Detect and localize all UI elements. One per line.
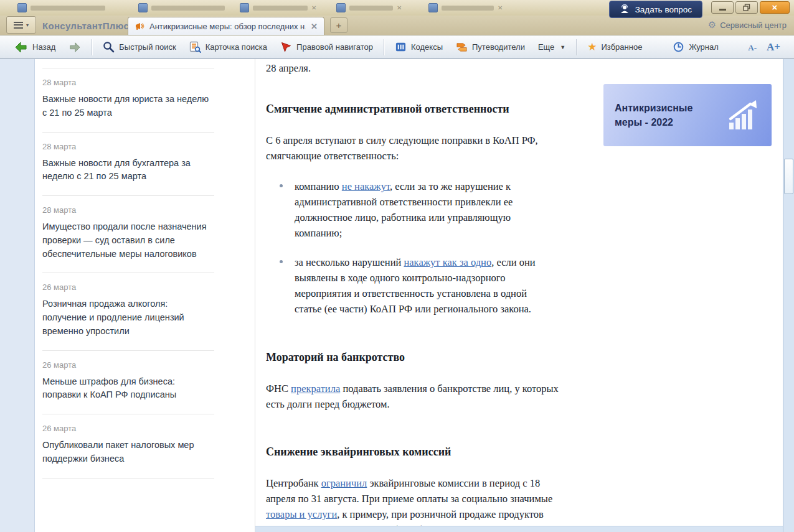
news-sidebar: 28 мартаВажные новости для юриста за нед… [35, 59, 255, 532]
app-logo: КонсультантПлюс [42, 21, 129, 31]
article-body: 28 апреля.Смягчение административной отв… [255, 59, 565, 532]
quick-search-label: Быстрый поиск [119, 42, 176, 52]
news-date: 26 марта [42, 424, 214, 433]
close-button[interactable]: × [760, 1, 790, 14]
search-card-label: Карточка поиска [206, 42, 267, 52]
forward-arrow-icon [69, 42, 81, 53]
inline-link[interactable]: товары и услуги [266, 508, 337, 520]
scrollbar-thumb[interactable] [784, 159, 793, 194]
section-heading: Снижение эквайринговых комиссий [266, 446, 565, 459]
font-size-controls: А- А+ [748, 41, 785, 54]
codes-label: Кодексы [411, 42, 443, 52]
toolbar-separator [92, 39, 92, 55]
background-window[interactable]: ✕ [428, 3, 503, 12]
tab-active[interactable]: Антикризисные меры: обзор последних н… ✕ [128, 17, 324, 35]
tab-close-icon[interactable]: ✕ [311, 22, 318, 31]
news-date: 28 марта [42, 142, 214, 151]
chevron-down-icon: ▾ [26, 22, 29, 28]
news-title-link[interactable]: Опубликовали пакет налоговых мер поддерж… [42, 439, 214, 466]
paragraph: ФНС прекратила подавать заявления о банк… [266, 381, 565, 412]
restore-icon [742, 3, 751, 12]
close-icon[interactable]: ✕ [498, 5, 503, 11]
window-icon [17, 3, 27, 12]
codes-button[interactable]: Кодексы [389, 38, 448, 57]
window-title-placeholder [151, 6, 225, 11]
font-smaller-button[interactable]: А- [748, 43, 757, 53]
font-larger-button[interactable]: А+ [767, 41, 780, 54]
guides-button[interactable]: Путеводители [450, 38, 531, 57]
ask-question-button[interactable]: Задать вопрос [609, 1, 702, 18]
news-date: 26 марта [42, 360, 214, 370]
main-menu-button[interactable]: ▾ [6, 16, 36, 34]
hamburger-icon [14, 22, 23, 29]
new-tab-button[interactable]: + [330, 17, 347, 33]
news-list: 28 мартаВажные новости для юриста за нед… [42, 68, 214, 478]
service-center-link[interactable]: ⚙ Сервисный центр [708, 21, 787, 30]
list-item[interactable]: 26 мартаРозничная продажа алкоголя: полу… [42, 273, 214, 350]
star-icon: ★ [587, 42, 597, 52]
bullet-item: компанию не накажут, если за то же наруш… [295, 179, 536, 241]
toolbar: Назад Быстрый поиск Карточка п [0, 35, 794, 59]
tab-bar: ▾ КонсультантПлюс Антикризисные меры: об… [0, 16, 794, 35]
anticrisis-banner[interactable]: Антикризисные меры - 2022 [603, 84, 772, 146]
bullet-list: компанию не накажут, если за то же наруш… [266, 179, 565, 317]
close-icon[interactable]: ✕ [397, 5, 402, 11]
section-heading: Мораторий на банкротство [266, 351, 565, 364]
vertical-scrollbar[interactable] [783, 59, 794, 532]
main-area: 28 мартаВажные новости для юриста за нед… [0, 59, 794, 532]
news-title-link[interactable]: Розничная продажа алкоголя: получение и … [42, 297, 214, 338]
news-date: 28 марта [42, 78, 214, 87]
window-title-placeholder [253, 6, 308, 11]
journal-label: Журнал [689, 42, 718, 52]
window-icon [336, 3, 346, 12]
inline-link[interactable]: прекратила [291, 383, 340, 394]
news-date: 28 марта [42, 205, 214, 215]
guides-icon [456, 41, 468, 53]
search-card-button[interactable]: Карточка поиска [184, 38, 273, 57]
forward-button[interactable] [63, 38, 87, 57]
quick-search-button[interactable]: Быстрый поиск [97, 38, 182, 57]
inline-link[interactable]: ограничил [321, 477, 367, 489]
gear-icon: ⚙ [708, 21, 716, 30]
legal-navigator-label: Правовой навигатор [296, 42, 373, 52]
window-icon [428, 3, 438, 12]
background-window[interactable] [17, 3, 105, 12]
list-item[interactable]: 28 мартаИмущество продали после назначен… [42, 196, 214, 273]
minimize-button[interactable] [711, 1, 734, 14]
chevron-down-icon: ▼ [560, 44, 565, 50]
minimize-icon [719, 9, 726, 11]
document-pane: 28 апреля.Смягчение административной отв… [255, 59, 783, 532]
window-title-placeholder [31, 6, 105, 11]
titlebar: ✕✕✕ Задать вопрос × [0, 0, 794, 16]
back-button[interactable]: Назад [9, 38, 61, 57]
legal-navigator-button[interactable]: Правовой навигатор [275, 38, 379, 57]
window-icon [138, 3, 148, 12]
journal-button[interactable]: Журнал [667, 38, 724, 57]
list-item[interactable]: 28 мартаВажные новости для юриста за нед… [42, 68, 214, 133]
background-window[interactable] [138, 3, 225, 12]
list-item[interactable]: 26 мартаОпубликовали пакет налоговых мер… [42, 414, 214, 478]
favorites-label: Избранное [602, 42, 643, 52]
news-title-link[interactable]: Важные новости для юриста за неделю с 21… [42, 93, 214, 120]
favorites-button[interactable]: ★ Избранное [582, 38, 648, 57]
close-icon[interactable]: ✕ [311, 5, 316, 11]
list-item[interactable]: 26 мартаМеньше штрафов для бизнеса: попр… [42, 351, 214, 415]
inline-link[interactable]: не накажут [342, 180, 390, 192]
window-title-placeholder [349, 6, 393, 11]
window-controls: × [711, 1, 790, 14]
news-title-link[interactable]: Имущество продали после назначения прове… [42, 220, 214, 261]
service-center-label: Сервисный центр [720, 21, 787, 30]
restore-button[interactable] [735, 1, 758, 14]
inline-link[interactable]: накажут как за одно [404, 256, 491, 268]
list-item[interactable]: 28 мартаВажные новости для бухгалтера за… [42, 133, 214, 197]
background-window[interactable]: ✕ [240, 3, 316, 12]
more-button[interactable]: Еще ▼ [532, 38, 571, 57]
more-label: Еще [538, 42, 554, 52]
news-date: 26 марта [42, 282, 214, 292]
horizontal-scrollbar[interactable] [255, 526, 783, 532]
background-window[interactable]: ✕ [336, 3, 402, 12]
news-title-link[interactable]: Меньше штрафов для бизнеса: поправки к К… [42, 375, 214, 403]
person-icon [620, 4, 630, 14]
back-arrow-icon [14, 41, 28, 54]
news-title-link[interactable]: Важные новости для бухгалтера за неделю … [42, 157, 214, 184]
